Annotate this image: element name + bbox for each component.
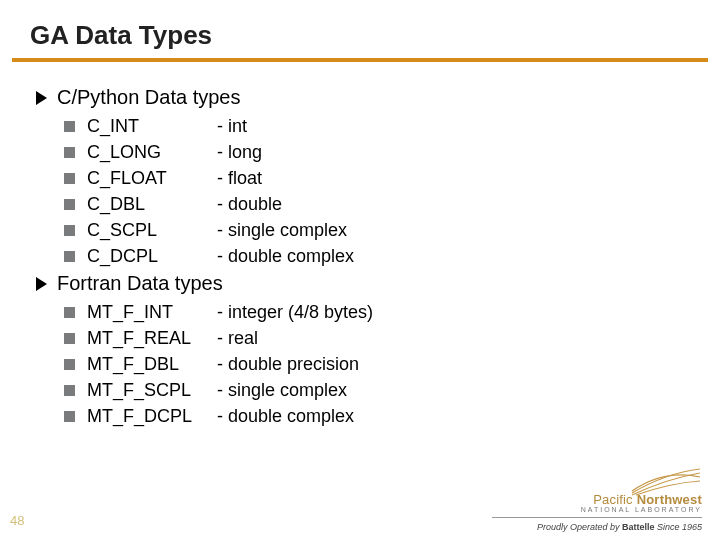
type-desc: - int xyxy=(217,116,247,137)
type-name: MT_F_INT xyxy=(87,302,217,323)
type-desc: - float xyxy=(217,168,262,189)
type-name: MT_F_DCPL xyxy=(87,406,217,427)
page-number: 48 xyxy=(10,513,24,528)
footer: Pacific Northwest NATIONAL LABORATORY Pr… xyxy=(492,467,702,532)
list-item: MT_F_REAL- real xyxy=(64,325,700,351)
type-desc: - single complex xyxy=(217,380,347,401)
list-item: C_LONG- long xyxy=(64,139,700,165)
type-name: MT_F_SCPL xyxy=(87,380,217,401)
list-item: MT_F_INT- integer (4/8 bytes) xyxy=(64,299,700,325)
type-desc: - single complex xyxy=(217,220,347,241)
list-item: C_SCPL- single complex xyxy=(64,217,700,243)
square-bullet-icon xyxy=(64,333,75,344)
title-bar: GA Data Types xyxy=(0,0,720,70)
section-header: C/Python Data types xyxy=(36,86,700,109)
square-bullet-icon xyxy=(64,121,75,132)
type-desc: - real xyxy=(217,328,258,349)
type-name: C_DCPL xyxy=(87,246,217,267)
type-name: C_LONG xyxy=(87,142,217,163)
slide: GA Data Types C/Python Data types C_INT-… xyxy=(0,0,720,540)
type-name: MT_F_REAL xyxy=(87,328,217,349)
title-underline xyxy=(12,58,708,62)
square-bullet-icon xyxy=(64,411,75,422)
square-bullet-icon xyxy=(64,173,75,184)
lab-logo: Pacific Northwest NATIONAL LABORATORY xyxy=(492,467,702,513)
type-desc: - double complex xyxy=(217,406,354,427)
type-desc: - double complex xyxy=(217,246,354,267)
type-name: C_SCPL xyxy=(87,220,217,241)
slide-title: GA Data Types xyxy=(30,20,212,51)
triangle-bullet-icon xyxy=(36,277,47,291)
section-title: C/Python Data types xyxy=(57,86,240,109)
square-bullet-icon xyxy=(64,307,75,318)
list-item: MT_F_DBL- double precision xyxy=(64,351,700,377)
type-desc: - integer (4/8 bytes) xyxy=(217,302,373,323)
section-items: MT_F_INT- integer (4/8 bytes) MT_F_REAL-… xyxy=(64,299,700,429)
list-item: C_DCPL- double complex xyxy=(64,243,700,269)
section-title: Fortran Data types xyxy=(57,272,223,295)
type-desc: - double xyxy=(217,194,282,215)
type-name: C_FLOAT xyxy=(87,168,217,189)
list-item: C_INT- int xyxy=(64,113,700,139)
square-bullet-icon xyxy=(64,359,75,370)
square-bullet-icon xyxy=(64,251,75,262)
lab-name-line2: NATIONAL LABORATORY xyxy=(581,506,702,513)
operated-by-text: Proudly Operated by Battelle Since 1965 xyxy=(492,522,702,532)
list-item: MT_F_DCPL- double complex xyxy=(64,403,700,429)
type-name: C_DBL xyxy=(87,194,217,215)
type-name: MT_F_DBL xyxy=(87,354,217,375)
list-item: C_FLOAT- float xyxy=(64,165,700,191)
lab-name-line1: Pacific Northwest xyxy=(581,492,702,507)
type-name: C_INT xyxy=(87,116,217,137)
square-bullet-icon xyxy=(64,147,75,158)
square-bullet-icon xyxy=(64,385,75,396)
content-area: C/Python Data types C_INT- int C_LONG- l… xyxy=(36,82,700,429)
square-bullet-icon xyxy=(64,199,75,210)
triangle-bullet-icon xyxy=(36,91,47,105)
type-desc: - double precision xyxy=(217,354,359,375)
section-header: Fortran Data types xyxy=(36,272,700,295)
square-bullet-icon xyxy=(64,225,75,236)
section-items: C_INT- int C_LONG- long C_FLOAT- float C… xyxy=(64,113,700,269)
footer-divider xyxy=(492,517,702,518)
type-desc: - long xyxy=(217,142,262,163)
list-item: C_DBL- double xyxy=(64,191,700,217)
list-item: MT_F_SCPL- single complex xyxy=(64,377,700,403)
